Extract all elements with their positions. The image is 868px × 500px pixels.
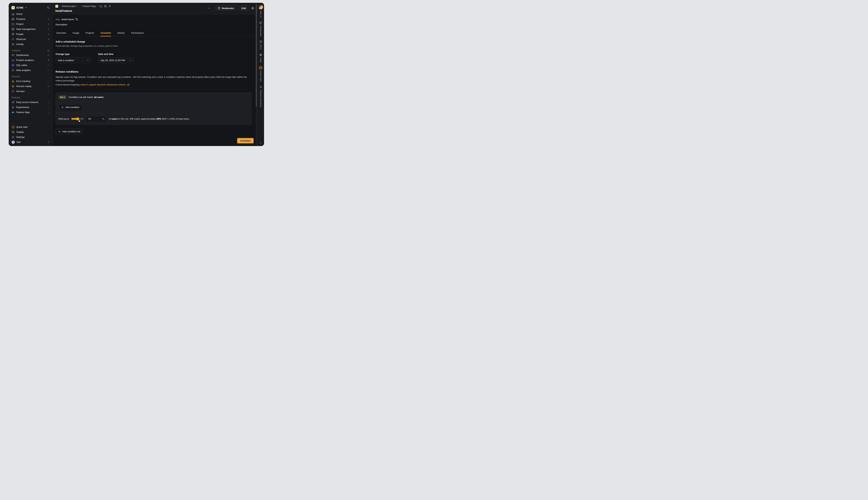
sidebar-item-products[interactable]: Products <box>10 16 51 22</box>
breadcrumb-project[interactable]: Default project <box>62 5 79 8</box>
max-ai-avatar[interactable] <box>259 5 263 9</box>
sidebar-item-error-tracking[interactable]: Error tracking <box>10 79 51 84</box>
chat-bubble-icon <box>12 90 14 93</box>
tab-permissions[interactable]: Permissions <box>131 31 144 36</box>
quick-start-badge[interactable]: 10 <box>259 66 262 69</box>
chevron-right-icon <box>47 38 49 40</box>
rollout-percent-input[interactable] <box>88 117 101 120</box>
analytics-settings-gear-icon[interactable] <box>47 49 49 52</box>
rail-item-help[interactable]: Help <box>260 58 262 62</box>
sidebar-item-project[interactable]: Project <box>10 22 51 26</box>
pin-icon[interactable] <box>108 5 111 8</box>
scheduled-change-form: Change type Add a condition Date and tim… <box>56 53 254 64</box>
sidebar-item-experiments[interactable]: Experiments <box>10 105 51 110</box>
sidebar-item-label: Toolbar <box>16 131 24 133</box>
sidebar-item-product-analytics[interactable]: Product analytics <box>10 58 51 63</box>
add-condition-button[interactable]: Add condition <box>58 104 82 111</box>
sidebar-item-sql-editor[interactable]: SQL editor <box>10 63 51 68</box>
breadcrumb-org-badge[interactable]: A <box>55 5 58 8</box>
edit-button[interactable]: Edit <box>239 5 249 11</box>
rail-item-docs[interactable]: Docs <box>260 44 262 50</box>
datetime-select[interactable]: July 26, 2025 12:00 PM <box>98 57 134 64</box>
bar-chart-icon <box>12 59 14 61</box>
rail-item-notebooks[interactable]: Notebooks <box>260 26 262 36</box>
condition-set-header: Set 1 Condition set will match all users <box>58 95 249 99</box>
sidebar-item-label: Feature flags <box>16 111 30 114</box>
folder-move-icon[interactable] <box>104 5 107 8</box>
chevron-down-icon <box>47 54 49 56</box>
rail-item-max-ai[interactable]: Max AI <box>260 11 262 18</box>
scheduled-change-subheading: Automatically change flag properties at … <box>56 45 254 47</box>
sidebar-item-label: Web analytics <box>16 69 31 71</box>
chevron-down-icon <box>25 7 27 9</box>
cohort-doc-link[interactable]: doesn't support dynamic behavioral cohor… <box>80 83 126 87</box>
sidebar-item-shortcuts[interactable]: Shortcuts <box>10 37 51 42</box>
breadcrumb-feature-flags[interactable]: Feature Flags <box>83 5 96 8</box>
sidebar-item-label: Product analytics <box>16 59 34 61</box>
release-conditions-heading: Release conditions <box>56 70 254 73</box>
chevron-down-icon <box>87 59 89 61</box>
key-label: Key: <box>56 18 60 21</box>
add-condition-set-row: Add condition set <box>56 128 254 135</box>
breadcrumb-separator: / <box>60 5 60 8</box>
folder-icon[interactable] <box>100 5 102 8</box>
home-icon <box>12 13 14 15</box>
sidebar-item-label: Error tracking <box>16 80 30 82</box>
tab-schedule[interactable]: Schedule <box>100 31 111 36</box>
sparkles-icon[interactable] <box>259 86 262 88</box>
copy-icon[interactable] <box>75 18 78 21</box>
tab-overview[interactable]: Overview <box>56 31 66 36</box>
sidebar-item-label: Experiments <box>16 106 29 109</box>
match-text: Condition set will match <box>69 96 93 99</box>
sidebar-item-early-access-features[interactable]: Early access features <box>10 100 51 105</box>
sidebar-item-label: Seif <box>16 141 21 144</box>
rail-item-feature-previews[interactable]: Feature previews <box>260 90 262 107</box>
settings-gear-icon[interactable] <box>251 7 254 10</box>
more-options-icon[interactable] <box>207 7 210 10</box>
schedule-action-row: Schedule <box>56 138 254 144</box>
products-icon <box>12 18 14 21</box>
sidebar-item-data-management[interactable]: Data management <box>10 26 51 32</box>
change-type-select[interactable]: Add a condition <box>56 57 91 64</box>
more-horizontal-icon <box>47 64 49 67</box>
rail-item-quick-start[interactable]: Quick start <box>260 71 262 82</box>
external-link-icon[interactable] <box>127 83 129 86</box>
sidebar-item-people[interactable]: People <box>10 32 51 37</box>
rollout-slider[interactable] <box>71 118 84 120</box>
tab-projects[interactable]: Projects <box>85 31 94 36</box>
sidebar: A ACME Home Products Project <box>9 3 53 146</box>
info-icon[interactable] <box>259 40 262 43</box>
sidebar-item-session-replay[interactable]: Session replay <box>10 84 51 89</box>
sidebar-item-toolbar[interactable]: Toolbar <box>10 129 51 135</box>
notebooks-button[interactable]: Notebooks <box>215 5 237 11</box>
rollout-row: Roll out to % of users in this set. Will… <box>58 116 249 122</box>
org-switcher[interactable]: A ACME <box>10 4 51 11</box>
help-lifebuoy-icon[interactable] <box>259 54 262 56</box>
search-icon[interactable] <box>47 6 50 9</box>
breadcrumb-separator: / <box>80 5 81 8</box>
sidebar-item-label: SQL editor <box>16 64 27 67</box>
sidebar-item-quick-start[interactable]: 10 Quick start <box>10 124 51 129</box>
sidebar-item-feature-flags[interactable]: Feature flags <box>10 110 51 115</box>
sidebar-item-surveys[interactable]: Surveys <box>10 89 51 94</box>
sidebar-item-dashboards[interactable]: Dashboards <box>10 53 51 58</box>
vertical-scrollbar[interactable] <box>256 3 257 146</box>
sidebar-item-activity[interactable]: Activity <box>10 42 51 47</box>
mouse-hand-cursor <box>78 119 81 122</box>
sidebar-item-settings[interactable]: Settings <box>10 135 51 139</box>
sidebar-item-seif[interactable]: S Seif <box>10 139 51 145</box>
sidebar-item-label: Activity <box>16 43 24 45</box>
scrollbar-thumb[interactable] <box>256 4 257 107</box>
schedule-button[interactable]: Schedule <box>237 138 254 144</box>
tab-usage[interactable]: Usage <box>72 31 79 36</box>
change-type-field: Change type Add a condition <box>56 53 91 64</box>
plus-icon <box>61 106 64 109</box>
sidebar-footer: 10 Quick start Toolbar Settings S Seif <box>9 123 53 145</box>
sidebar-item-home[interactable]: Home <box>10 11 51 16</box>
tab-history[interactable]: History <box>117 31 125 36</box>
notebook-icon[interactable] <box>259 22 262 24</box>
sidebar-item-web-analytics[interactable]: Web analytics <box>10 68 51 73</box>
add-condition-set-button[interactable]: Add condition set <box>56 128 83 135</box>
chevron-right-icon <box>47 23 49 25</box>
more-vertical-icon[interactable] <box>259 141 262 144</box>
